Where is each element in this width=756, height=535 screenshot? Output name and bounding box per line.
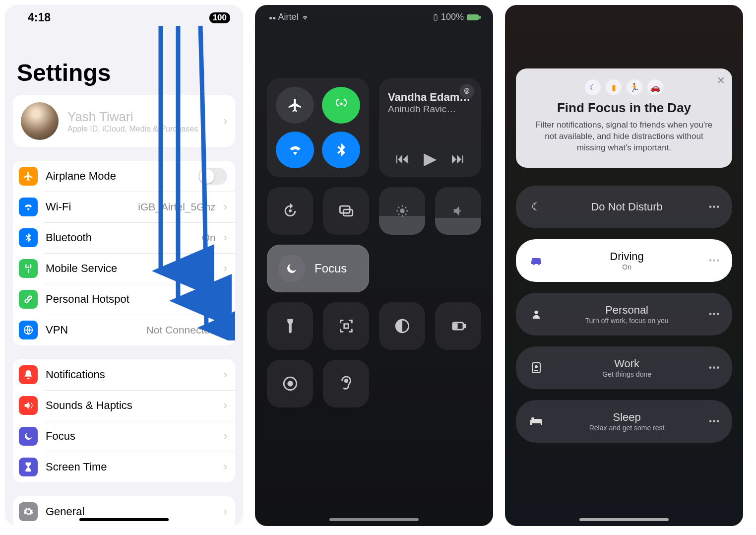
dark-mode-button[interactable] [379, 302, 425, 350]
more-icon[interactable]: ••• [709, 363, 720, 372]
focus-mode-personal[interactable]: Personal Turn off work, focus on you ••• [516, 293, 732, 335]
status-right: 100 [203, 11, 230, 24]
svg-rect-11 [467, 14, 479, 20]
media-artist: Anirudh Ravic… [388, 104, 472, 115]
general-row[interactable]: General › [13, 496, 235, 526]
mode-title: Personal [556, 304, 698, 317]
notifications-row[interactable]: Notifications › [13, 359, 235, 390]
screen-record-button[interactable] [267, 360, 313, 407]
wifi-row[interactable]: Wi-Fi iGB_Airtel_5Ghz › [13, 192, 235, 222]
cc-airplane-button[interactable] [276, 87, 314, 124]
screentime-label: Screen Time [46, 461, 216, 473]
home-indicator[interactable] [579, 518, 669, 521]
mode-sub: Get things done [556, 370, 698, 378]
brightness-slider[interactable] [379, 187, 425, 235]
chevron-right-icon: › [224, 430, 227, 443]
apple-id-row[interactable]: Yash Tiwari Apple ID, iCloud, Media & Pu… [13, 95, 235, 147]
focus-control[interactable]: Focus [267, 245, 369, 292]
svg-point-25 [345, 380, 348, 383]
promo-title: Find Focus in the Day [530, 100, 718, 116]
general-label: General [46, 505, 216, 518]
focus-row[interactable]: Focus › [13, 421, 235, 452]
airplane-icon [19, 167, 38, 186]
general-group: General › Control Centre › [13, 496, 235, 526]
airplay-icon[interactable] [459, 84, 474, 99]
connectivity-tile [267, 78, 369, 177]
more-icon[interactable]: ••• [709, 202, 720, 211]
mode-sub: Turn off work, focus on you [556, 317, 698, 325]
promo-body: Filter notifications, signal to friends … [530, 120, 718, 154]
focus-control-label: Focus [315, 262, 347, 275]
home-indicator[interactable] [329, 518, 419, 521]
screen-mirroring-button[interactable] [323, 187, 369, 235]
more-icon[interactable]: ••• [709, 417, 720, 426]
qr-scanner-button[interactable] [323, 302, 369, 350]
status-time: 4:18 [28, 11, 51, 24]
focus-mode-dnd[interactable]: ☾ Do Not Disturb ••• [516, 186, 732, 228]
gear-icon [19, 502, 38, 521]
wifi-value: iGB_Airtel_5Ghz [138, 201, 215, 213]
chevron-right-icon: › [224, 231, 227, 244]
vpn-row[interactable]: VPN Not Connected › [13, 315, 235, 345]
more-icon[interactable]: ••• [709, 310, 720, 319]
focus-mode-driving[interactable]: Driving On ••• [516, 239, 732, 282]
antenna-icon [19, 259, 38, 278]
control-center-screen: ●● Airtel 100% Vandha Edam… Anirudh Ravi… [255, 5, 493, 526]
bell-icon [19, 365, 38, 384]
profile-sub: Apple ID, iCloud, Media & Purchases [67, 125, 215, 134]
focus-mode-work[interactable]: Work Get things done ••• [516, 346, 732, 389]
status-battery: 100% [433, 12, 481, 22]
cc-bluetooth-button[interactable] [322, 132, 360, 168]
play-button[interactable]: ▶ [424, 148, 437, 168]
hearing-button[interactable] [323, 360, 369, 407]
running-icon: 🏃 [627, 79, 642, 95]
close-icon[interactable]: ✕ [717, 74, 725, 86]
airplane-toggle[interactable] [198, 168, 227, 185]
focus-promo-card: ✕ ☾ ▮ 🏃 🚗 Find Focus in the Day Filter n… [516, 68, 732, 168]
notifications-label: Notifications [46, 368, 216, 381]
svg-rect-29 [534, 370, 538, 371]
status-bar: ●● Airtel 100% [255, 5, 493, 22]
hotspot-row[interactable]: Personal Hotspot Off › [13, 284, 235, 315]
airplane-mode-row[interactable]: Airplane Mode [13, 161, 235, 192]
hourglass-icon [19, 458, 38, 476]
screentime-row[interactable]: Screen Time › [13, 452, 235, 482]
chevron-right-icon: › [224, 324, 227, 336]
moon-icon: ☾ [585, 79, 601, 95]
mobile-service-row[interactable]: Mobile Service › [13, 253, 235, 284]
home-indicator[interactable] [79, 518, 169, 521]
mode-title: Work [556, 357, 698, 370]
volume-slider[interactable] [435, 187, 481, 235]
bluetooth-row[interactable]: Bluetooth On › [13, 222, 235, 253]
battery-indicator: 100 [209, 12, 230, 23]
svg-point-14 [466, 90, 468, 92]
bluetooth-icon [19, 228, 38, 247]
vpn-label: VPN [46, 324, 138, 336]
cc-wifi-button[interactable] [276, 132, 314, 168]
wifi-settings-icon [19, 198, 38, 216]
svg-rect-22 [454, 324, 457, 329]
sounds-row[interactable]: Sounds & Haptics › [13, 390, 235, 421]
svg-rect-12 [479, 16, 481, 19]
media-tile[interactable]: Vandha Edam… Anirudh Ravic… ⏮ ▶ ⏭ [379, 78, 481, 177]
promo-icons: ☾ ▮ 🏃 🚗 [530, 79, 718, 95]
orientation-lock-button[interactable] [267, 187, 313, 235]
mode-sub: On [556, 263, 698, 271]
hotspot-value: Off [202, 293, 216, 305]
cc-cellular-button[interactable] [322, 87, 360, 124]
airplane-label: Airplane Mode [46, 170, 190, 183]
mobile-label: Mobile Service [46, 262, 216, 275]
focus-mode-sleep[interactable]: Sleep Relax and get some rest ••• [516, 400, 732, 443]
svg-point-17 [400, 208, 404, 213]
chevron-right-icon: › [224, 461, 227, 473]
vpn-value: Not Connected [146, 324, 216, 336]
more-icon[interactable]: ••• [709, 256, 720, 265]
badge-icon [528, 362, 545, 374]
rewind-button[interactable]: ⏮ [395, 150, 409, 167]
flashlight-button[interactable] [267, 302, 313, 350]
link-icon [19, 290, 38, 309]
svg-rect-9 [434, 15, 437, 20]
low-power-button[interactable] [435, 302, 481, 350]
settings-screen: 4:18 100 Settings Yash Tiwari Apple ID, … [5, 5, 243, 526]
forward-button[interactable]: ⏭ [451, 150, 465, 167]
